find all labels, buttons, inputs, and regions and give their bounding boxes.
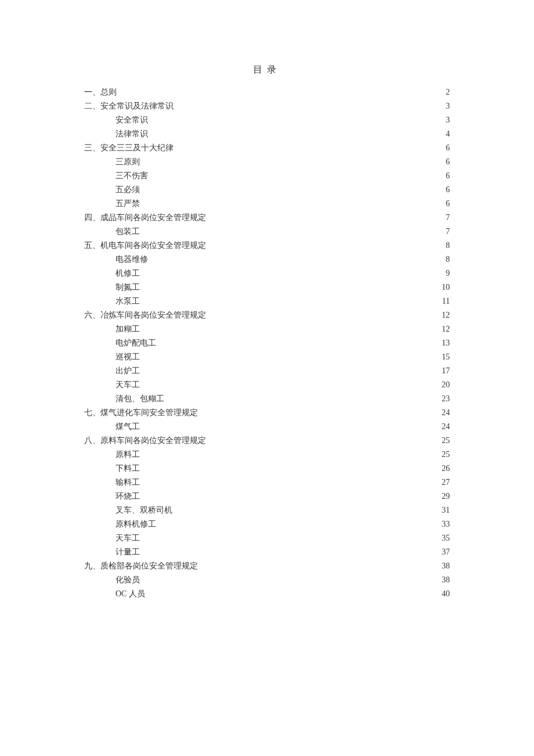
toc-leader-dots [165,393,441,401]
toc-entry: 煤气工24 [84,420,450,434]
toc-page-number: 33 [442,517,450,531]
toc-label: 煤气工 [116,420,140,434]
toc-page-number: 37 [442,545,450,559]
toc-entry: 法律常识4 [84,127,450,141]
toc-leader-dots [141,546,441,555]
toc-leader-dots [141,491,441,499]
toc-page-number: 26 [442,462,450,476]
toc-leader-dots [207,435,441,443]
toc-entry: 环烧工29 [84,489,450,503]
toc-label: 制氮工 [116,280,140,294]
toc-leader-dots [146,588,441,596]
toc-label: 包装工 [116,225,140,239]
toc-page-number: 11 [442,294,450,308]
toc-entry: 七、煤气进化车间安全管理规定24 [84,406,450,420]
toc-entry: 五、机电车间各岗位安全管理规定8 [84,239,450,253]
toc-page-number: 27 [442,476,450,489]
toc-label: 机修工 [116,267,140,280]
toc-entry: 九、质检部各岗位安全管理规定38 [84,559,450,573]
toc-label: 八、原料车间各岗位安全管理规定 [84,434,206,448]
toc-label: 计量工 [116,545,140,559]
toc-entry: 五严禁6 [84,197,450,211]
toc-label: 加糊工 [116,322,140,336]
toc-entry: 电炉配电工13 [84,336,450,350]
toc-entry: 六、冶炼车间各岗位安全管理规定12 [84,308,450,322]
toc-page-number: 12 [442,308,450,322]
toc-page-number: 6 [446,169,450,183]
toc-label: OC 人员 [116,587,145,601]
toc-entry: 安全常识3 [84,113,450,127]
toc-leader-dots [141,198,445,206]
toc-page-number: 10 [442,280,450,294]
toc-page-number: 25 [442,448,450,462]
toc-entry: 四、成品车间各岗位安全管理规定7 [84,211,450,225]
toc-page-number: 8 [446,253,450,267]
toc-page-number: 38 [442,573,450,587]
toc-leader-dots [141,532,441,541]
toc-label: 五严禁 [116,197,140,211]
toc-entry: 巡视工15 [84,350,450,364]
toc-leader-dots [141,156,445,164]
toc-leader-dots [207,309,441,318]
toc-label: 电器维修 [116,253,148,267]
toc-entry: 包装工7 [84,225,450,239]
toc-leader-dots [141,296,441,304]
toc-page-number: 6 [446,183,450,197]
toc-leader-dots [149,254,445,262]
toc-leader-dots [141,574,441,582]
toc-page-number: 6 [446,141,450,155]
toc-page-number: 40 [442,587,450,601]
toc-entry: 水泵工11 [84,294,450,308]
toc-page-number: 24 [442,406,450,420]
toc-page-number: 6 [446,197,450,211]
toc-leader-dots [175,100,445,109]
toc-label: 四、成品车间各岗位安全管理规定 [84,211,206,225]
toc-label: 原料工 [116,448,140,462]
toc-label: 三原则 [116,155,140,169]
toc-page-number: 8 [446,239,450,253]
toc-page-number: 13 [442,336,450,350]
toc-leader-dots [118,87,445,95]
toc-page-number: 25 [442,434,450,448]
toc-page-number: 23 [442,392,450,406]
toc-page-number: 7 [446,225,450,239]
toc-entry: 出炉工17 [84,364,450,378]
toc-container: 一、总则2二、安全常识及法律常识3安全常识3法律常识4三、安全三三及十大纪律6三… [84,85,450,601]
toc-page-number: 6 [446,155,450,169]
toc-entry: 三、安全三三及十大纪律6 [84,141,450,155]
toc-entry: 天车工20 [84,378,450,392]
toc-leader-dots [175,142,445,150]
toc-leader-dots [207,240,445,248]
toc-label: 输料工 [116,476,140,489]
toc-label: 三不伤害 [116,169,148,183]
toc-entry: 电器维修8 [84,253,450,267]
toc-leader-dots [141,351,441,359]
toc-leader-dots [141,449,441,457]
toc-label: 五、机电车间各岗位安全管理规定 [84,239,206,253]
toc-label: 环烧工 [116,489,140,503]
toc-entry: 下料工26 [84,462,450,476]
toc-page-number: 38 [442,559,450,573]
toc-label: 化验员 [116,573,140,587]
toc-label: 原料机修工 [116,517,156,531]
toc-leader-dots [141,323,441,332]
toc-label: 下料工 [116,462,140,476]
toc-leader-dots [141,463,441,471]
toc-entry: 五必须6 [84,183,450,197]
toc-leader-dots [141,477,441,485]
toc-label: 天车工 [116,378,140,392]
toc-leader-dots [157,337,441,345]
toc-page-number: 3 [446,99,450,113]
toc-leader-dots [141,268,445,276]
toc-page-number: 3 [446,113,450,127]
toc-leader-dots [174,505,441,513]
toc-label: 五必须 [116,183,140,197]
toc-label: 出炉工 [116,364,140,378]
toc-leader-dots [149,128,445,136]
toc-label: 九、质检部各岗位安全管理规定 [84,559,198,573]
toc-label: 巡视工 [116,350,140,364]
toc-page-number: 20 [442,378,450,392]
toc-entry: 清包、包糊工23 [84,392,450,406]
toc-entry: 原料工25 [84,448,450,462]
toc-label: 三、安全三三及十大纪律 [84,141,174,155]
